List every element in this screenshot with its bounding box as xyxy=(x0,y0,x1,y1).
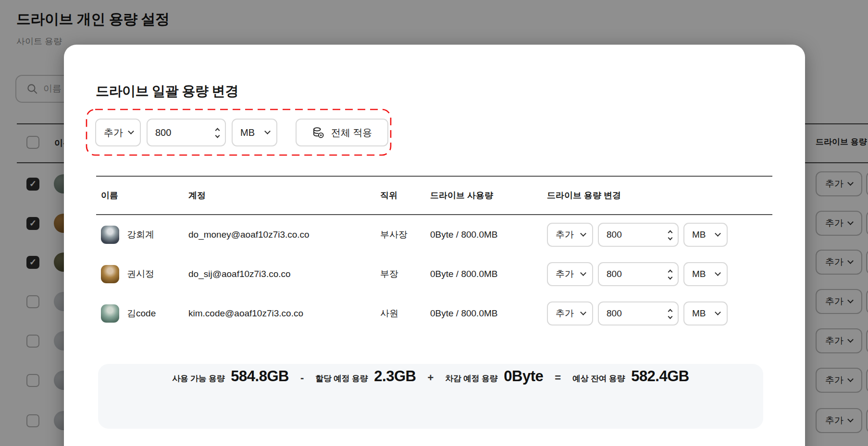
column-header-position: 직위 xyxy=(377,190,430,201)
deducted-capacity-value: 0Byte xyxy=(504,368,543,385)
row-amount-input[interactable]: 800 xyxy=(598,262,679,286)
row-action-select[interactable]: 추가 xyxy=(547,262,593,286)
storage-apply-icon xyxy=(312,126,325,139)
column-header-change: 드라이브 용량 변경 xyxy=(547,190,772,201)
column-header-account: 계정 xyxy=(188,190,377,201)
user-position: 부장 xyxy=(377,268,430,280)
chevron-down-icon xyxy=(668,314,673,319)
user-position: 부사장 xyxy=(377,229,430,241)
number-stepper[interactable] xyxy=(216,128,219,137)
avatar xyxy=(101,304,119,323)
row-amount-input[interactable]: 800 xyxy=(598,223,679,247)
allocated-capacity-value: 2.3GB xyxy=(374,368,416,385)
row-unit-select[interactable]: MB xyxy=(683,262,728,286)
table-row: 김code kim.code@aoaf10z7i3.co.co 사원 0Byte… xyxy=(96,294,772,333)
equals-operator: = xyxy=(555,372,561,384)
user-email: do_sij@aoaf10z7i3.co.co xyxy=(188,269,377,279)
drive-usage: 0Byte / 800.0MB xyxy=(430,229,547,240)
drive-usage: 0Byte / 800.0MB xyxy=(430,269,547,279)
apply-all-button[interactable]: 전체 적용 xyxy=(296,119,388,146)
remaining-capacity-label: 예상 잔여 용량 xyxy=(572,373,625,384)
row-amount-input[interactable]: 800 xyxy=(598,301,679,325)
number-stepper[interactable] xyxy=(669,230,672,240)
column-header-name: 이름 xyxy=(96,190,188,201)
user-name: 권시정 xyxy=(127,268,154,280)
bulk-controls: 추가 800 MB 전체 적용 xyxy=(95,119,388,146)
number-stepper[interactable] xyxy=(669,309,672,318)
chevron-up-icon xyxy=(668,309,673,314)
available-capacity-value: 584.8GB xyxy=(231,368,289,385)
chevron-up-icon xyxy=(215,128,220,133)
chevron-down-icon xyxy=(580,230,586,237)
bulk-amount-input[interactable]: 800 xyxy=(147,119,226,146)
avatar xyxy=(101,226,119,244)
chevron-down-icon xyxy=(215,133,220,138)
table-row: 권시정 do_sij@aoaf10z7i3.co.co 부장 0Byte / 8… xyxy=(96,254,772,294)
bulk-unit-select[interactable]: MB xyxy=(232,119,277,146)
row-action-select[interactable]: 추가 xyxy=(547,223,593,247)
plus-operator: + xyxy=(427,372,434,384)
chevron-down-icon xyxy=(580,309,586,315)
bulk-action-select[interactable]: 추가 xyxy=(95,119,141,146)
row-unit-select[interactable]: MB xyxy=(683,223,728,247)
user-email: kim.code@aoaf10z7i3.co.co xyxy=(188,308,377,319)
chevron-down-icon xyxy=(264,128,271,134)
user-email: do_money@aoaf10z7i3.co.co xyxy=(188,229,377,240)
user-position: 사원 xyxy=(377,307,430,320)
capacity-summary-panel: 사용 가능 용량 584.8GB - 할당 예정 용량 2.3GB + 차감 예… xyxy=(98,364,763,429)
chevron-down-icon xyxy=(715,270,721,276)
table-header-row: 이름 계정 직위 드라이브 사용량 드라이브 용량 변경 xyxy=(96,176,772,215)
chevron-up-icon xyxy=(668,270,673,275)
user-name: 김code xyxy=(127,307,156,320)
row-unit-select[interactable]: MB xyxy=(683,301,728,325)
modal-title: 드라이브 일괄 용량 변경 xyxy=(96,82,238,100)
chevron-down-icon xyxy=(128,128,134,134)
minus-operator: - xyxy=(300,372,304,384)
avatar xyxy=(101,265,119,283)
chevron-down-icon xyxy=(668,236,673,241)
allocated-capacity-label: 할당 예정 용량 xyxy=(315,373,368,384)
user-name: 강회계 xyxy=(127,229,154,241)
deducted-capacity-label: 차감 예정 용량 xyxy=(445,373,497,384)
table-row: 강회계 do_money@aoaf10z7i3.co.co 부사장 0Byte … xyxy=(96,215,772,254)
remaining-capacity-value: 582.4GB xyxy=(631,368,689,385)
chevron-down-icon xyxy=(715,230,721,237)
modal-user-table: 이름 계정 직위 드라이브 사용량 드라이브 용량 변경 강회계 do_mone… xyxy=(96,176,772,333)
column-header-usage: 드라이브 사용량 xyxy=(430,190,547,201)
chevron-down-icon xyxy=(668,275,673,280)
chevron-up-icon xyxy=(668,230,673,235)
number-stepper[interactable] xyxy=(669,269,672,279)
row-action-select[interactable]: 추가 xyxy=(547,301,593,325)
drive-usage: 0Byte / 800.0MB xyxy=(430,308,547,319)
chevron-down-icon xyxy=(715,309,721,315)
available-capacity-label: 사용 가능 용량 xyxy=(172,373,224,384)
bulk-capacity-modal: 드라이브 일괄 용량 변경 추가 800 MB 전체 적용 xyxy=(64,45,805,446)
chevron-down-icon xyxy=(580,270,586,276)
